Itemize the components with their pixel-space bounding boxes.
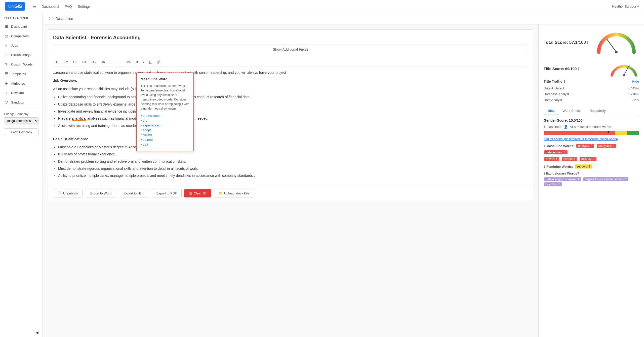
toolbar-code[interactable]: </> [125,60,132,64]
badge-driven[interactable]: driven: 1 [544,157,559,161]
sidebar-item-custom-words[interactable]: ✎ Custom Words [0,59,43,69]
masculine-info-icon[interactable]: ℹ [544,144,545,148]
unpublish-label: Unpublish [63,191,78,195]
suggestion-adept[interactable]: adept [141,128,189,132]
logo-on: ON [8,4,14,9]
score-header: Total Score: 57.1/100 ℹ [544,29,639,55]
suggestion-trained[interactable]: trained [141,137,189,142]
badge-blacklist[interactable]: blacklist: 1 [544,182,562,186]
bias-info-icon[interactable]: ℹ [544,125,545,129]
aim-link[interactable]: Aim for neutral (no feminine or masculin… [544,137,639,141]
tab-word-choice[interactable]: Word Choice [558,107,585,115]
toolbar-underline[interactable]: U [148,60,153,64]
qual-bullet-1: Must hold a Bachelor's or Master's degre… [58,144,528,150]
badge-degree-top-tier[interactable]: degree from a top tier school: 1 [583,177,628,181]
badge-support[interactable]: support: 3 [575,164,592,168]
sidebar-title: TEXT ANALYZER [0,13,43,22]
total-score-info-icon[interactable]: ℹ [587,41,588,45]
exclusionary-label: ℹ Exclusionary Words? [544,172,639,175]
company-select[interactable]: mega-enterprises [4,117,38,124]
editor-overview-heading: Job Overview: [53,78,528,83]
bias-bar-yellow [615,131,627,135]
export-pdf-label: Export to PDF [156,191,177,195]
gender-score: Gender Score: 15.5/100 [544,118,639,122]
traffic-val-2: 82% [632,98,639,102]
badge-actively[interactable]: actively: 1 [580,157,596,161]
badge-native-english[interactable]: native english speaker: 1 [544,177,581,181]
toolbar-h5[interactable]: H5 [90,60,97,64]
bottom-bar: 📄 Unpublish Export to Word Export to Htm… [48,186,533,200]
nav-faq[interactable]: FAQ [65,5,72,9]
editor-body[interactable]: ...research and use statistical software… [53,70,528,179]
sidebar-item-new-job[interactable]: + New Job [0,88,43,97]
badge-analysis[interactable]: analysis: 2 [576,144,594,148]
toggle-sidebar[interactable]: ◀ [0,328,43,337]
tab-readability[interactable]: Readability [585,107,610,115]
export-word-label: Export to Word [90,191,111,195]
editor-toolbar: H1 H2 H3 H4 H5 H6 ☰ ☰ </> B I U 🔗 [53,58,528,67]
suggestion-professional[interactable]: professional [141,113,189,118]
nav-dashboard[interactable]: Dashboard [42,5,59,9]
title-traffic-header: Title Traffic ℹ Hide [544,79,639,83]
export-pdf-button[interactable]: Export to PDF [152,189,182,197]
upload-docx-button[interactable]: 📁 Upload .docx File [214,189,254,197]
show-fields-bar[interactable]: Show Additional Fields [53,45,528,54]
top-nav-links: Dashboard FAQ Settings [42,5,612,9]
export-html-label: Export to Html [124,191,144,195]
sidebar-item-exclusionary[interactable]: ? Exclusionary? [0,50,43,59]
toolbar-bold[interactable]: B [134,60,140,64]
tabs: Bias Word Choice Readability [544,107,639,115]
toolbar-italic[interactable]: I [142,60,146,64]
nav-settings[interactable]: Settings [78,5,91,9]
suggestion-deft[interactable]: deft [141,142,189,147]
toolbar-list-ordered[interactable]: ☰ [116,60,123,64]
toolbar-h6[interactable]: H6 [99,60,106,64]
breadcrumb: Job Description [43,13,644,24]
export-word-button[interactable]: Export to Word [85,189,116,197]
svg-point-3 [623,74,625,76]
toolbar-h1[interactable]: H1 [53,60,60,64]
attributes-icon: ◈ [4,81,9,86]
title-traffic-info-icon[interactable]: ℹ [564,80,565,83]
clear-icon: 🗑 [189,191,192,195]
hamburger-icon[interactable]: ☰ [32,4,36,9]
traffic-row-2: Data Analyst 82% [544,97,639,103]
unpublish-button[interactable]: 📄 Unpublish [53,189,83,197]
toolbar-h2[interactable]: H2 [62,60,70,64]
badge-independent[interactable]: independent: 1 [544,150,568,154]
tab-bias[interactable]: Bias [544,107,558,115]
toolbar-h3[interactable]: H3 [71,60,79,64]
bias-label: ℹ Bias Ratio: 👤 73% masculine-coded word… [544,125,639,129]
sidebar-item-competitors[interactable]: ◎ Competitors [0,31,43,41]
collapse-icon: ◀ [36,330,38,334]
title-score-section: Title Score: 69/100 ℹ [544,59,639,78]
sidebar-item-sandbox[interactable]: ⬡ Sandbox [0,97,43,107]
toolbar-link[interactable]: 🔗 [155,60,162,64]
suggestion-skilled[interactable]: skilled [141,132,189,137]
editor-overview-text: As an associate your responsibilities ma… [53,86,528,92]
editor-card: Data Scientist - Forensic Accounting Sho… [48,29,533,186]
title-score-info-icon[interactable]: ℹ [578,67,579,71]
analytical-word[interactable]: analytical [72,116,86,121]
hide-link[interactable]: Hide [632,80,639,83]
export-html-button[interactable]: Export to Html [119,189,149,197]
logo[interactable]: ONGIG [5,2,25,11]
editor-bullet-2: Utilize database skills to effectively e… [58,102,528,107]
sidebar-item-templates[interactable]: ☰ Templates [0,69,43,79]
total-score-label: Total Score: 57.1/100 ℹ [544,40,588,45]
toolbar-list-unordered[interactable]: ☰ [108,60,114,64]
sidebar-item-jobs[interactable]: ≡ Jobs [0,41,43,50]
badge-analytical[interactable]: analytical: 2 [597,144,616,148]
title-score-gauge [609,59,639,78]
add-company-button[interactable]: + Add Company [4,128,38,136]
suggestion-experienced[interactable]: experienced [141,123,189,128]
toolbar-h4[interactable]: H4 [81,60,88,64]
excl-info-icon[interactable]: ℹ [544,172,545,175]
badge-expert[interactable]: expert: 1 [562,157,577,161]
traffic-val-1: 1,718% [628,92,639,96]
suggestion-pro[interactable]: pro [141,118,189,123]
clear-jd-button[interactable]: 🗑 Clear JD [184,189,211,197]
sidebar-item-attributes[interactable]: ◈ Attributes [0,79,43,88]
feminine-info-icon[interactable]: ℹ [544,165,545,168]
sidebar-item-dashboard[interactable]: ⊞ Dashboard [0,22,43,31]
